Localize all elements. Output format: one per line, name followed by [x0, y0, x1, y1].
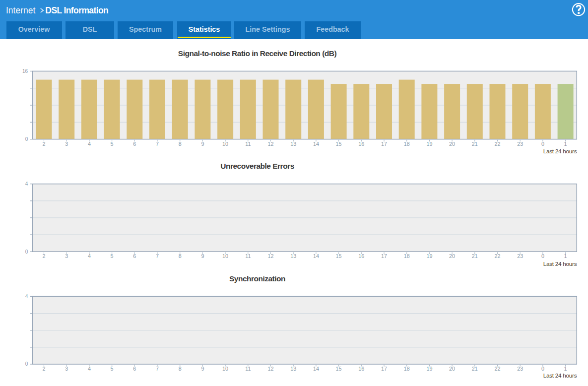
svg-text:5: 5 [111, 253, 114, 259]
svg-text:9: 9 [201, 141, 204, 147]
svg-text:2: 2 [42, 366, 45, 372]
svg-text:13: 13 [290, 253, 296, 259]
svg-text:17: 17 [381, 253, 387, 259]
svg-text:Unrecoverable Errors: Unrecoverable Errors [220, 162, 294, 170]
svg-text:3: 3 [65, 253, 68, 259]
svg-text:21: 21 [472, 366, 478, 372]
svg-text:18: 18 [404, 141, 410, 147]
svg-text:8: 8 [179, 253, 182, 259]
svg-text:6: 6 [133, 253, 136, 259]
svg-text:4: 4 [88, 366, 91, 372]
svg-text:Last 24 hours: Last 24 hours [543, 260, 577, 267]
svg-text:4: 4 [25, 294, 28, 299]
svg-text:5: 5 [111, 141, 114, 147]
svg-text:4: 4 [88, 253, 91, 259]
svg-text:12: 12 [267, 253, 273, 259]
svg-text:0: 0 [25, 249, 28, 255]
svg-text:2: 2 [42, 253, 45, 259]
svg-text:18: 18 [404, 253, 410, 259]
svg-text:14: 14 [313, 141, 319, 147]
svg-text:8: 8 [179, 141, 182, 147]
svg-text:15: 15 [336, 141, 342, 147]
svg-text:11: 11 [245, 253, 251, 259]
svg-text:1: 1 [564, 141, 567, 147]
svg-text:7: 7 [156, 366, 159, 372]
svg-text:1: 1 [564, 253, 567, 259]
svg-text:22: 22 [494, 141, 500, 147]
svg-text:17: 17 [381, 141, 387, 147]
svg-text:22: 22 [494, 366, 500, 372]
svg-text:3: 3 [65, 366, 68, 372]
svg-text:0: 0 [541, 366, 544, 372]
svg-text:15: 15 [336, 253, 342, 259]
svg-text:20: 20 [449, 366, 455, 372]
svg-text:15: 15 [336, 366, 342, 372]
svg-text:13: 13 [290, 366, 296, 372]
svg-text:0: 0 [541, 141, 544, 147]
svg-text:7: 7 [156, 141, 159, 147]
svg-text:1: 1 [564, 366, 567, 372]
svg-text:23: 23 [517, 366, 523, 372]
svg-text:23: 23 [517, 253, 523, 259]
svg-text:21: 21 [472, 253, 478, 259]
svg-text:16: 16 [358, 253, 364, 259]
svg-text:11: 11 [245, 366, 251, 372]
svg-text:22: 22 [494, 253, 500, 259]
svg-text:Last 24 hours: Last 24 hours [543, 148, 577, 155]
svg-text:13: 13 [290, 141, 296, 147]
svg-text:7: 7 [156, 253, 159, 259]
svg-text:18: 18 [404, 366, 410, 372]
svg-text:14: 14 [313, 366, 319, 372]
svg-text:9: 9 [201, 366, 204, 372]
svg-text:Synchronization: Synchronization [229, 274, 285, 283]
svg-text:0: 0 [25, 361, 28, 367]
svg-text:17: 17 [381, 366, 387, 372]
svg-text:0: 0 [25, 136, 28, 142]
svg-text:9: 9 [201, 253, 204, 259]
svg-text:10: 10 [222, 253, 228, 259]
svg-text:6: 6 [133, 141, 136, 147]
svg-text:19: 19 [426, 253, 432, 259]
svg-text:23: 23 [517, 141, 523, 147]
svg-text:12: 12 [267, 366, 273, 372]
svg-text:16: 16 [358, 141, 364, 147]
svg-text:21: 21 [472, 141, 478, 147]
svg-text:5: 5 [111, 366, 114, 372]
svg-text:2: 2 [42, 141, 45, 147]
svg-text:20: 20 [449, 141, 455, 147]
svg-text:0: 0 [541, 253, 544, 259]
svg-text:19: 19 [426, 141, 432, 147]
svg-text:19: 19 [426, 366, 432, 372]
svg-text:Signal-to-noise Ratio in Recei: Signal-to-noise Ratio in Receive Directi… [178, 49, 337, 58]
svg-text:6: 6 [133, 366, 136, 372]
svg-text:3: 3 [65, 141, 68, 147]
svg-text:20: 20 [449, 253, 455, 259]
svg-text:4: 4 [88, 141, 91, 147]
svg-text:14: 14 [313, 253, 319, 259]
svg-text:11: 11 [245, 141, 251, 147]
svg-text:8: 8 [179, 366, 182, 372]
svg-text:10: 10 [222, 366, 228, 372]
svg-text:12: 12 [267, 141, 273, 147]
svg-text:16: 16 [22, 68, 28, 74]
svg-text:10: 10 [222, 141, 228, 147]
svg-text:16: 16 [358, 366, 364, 372]
svg-text:Last 24 hours: Last 24 hours [543, 372, 577, 379]
svg-text:4: 4 [25, 181, 28, 187]
